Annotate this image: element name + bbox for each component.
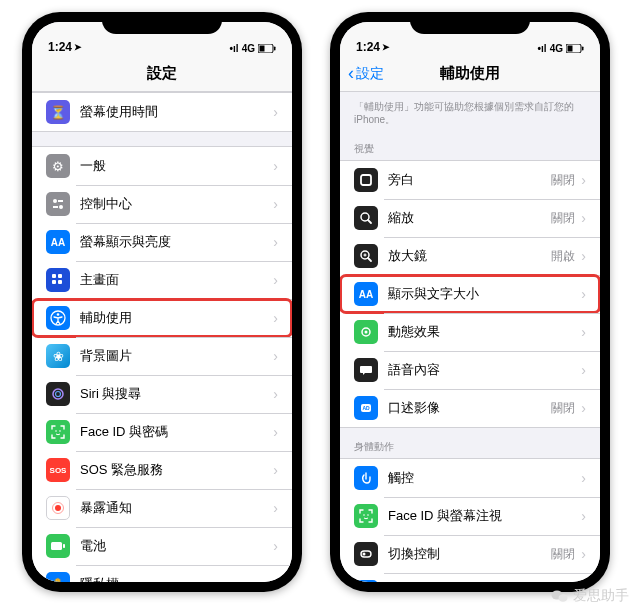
notch (102, 12, 222, 34)
accessibility-icon (46, 306, 70, 330)
faceid-icon (46, 420, 70, 444)
cell-exposure[interactable]: 暴露通知 › (32, 489, 292, 527)
screen-right: 1:24 ➤ •ıl 4G ‹ 設定 輔助使用 「輔 (340, 22, 600, 582)
svg-point-56 (559, 594, 568, 602)
cell-battery[interactable]: 電池 › (32, 527, 292, 565)
cell-home-screen[interactable]: 主畫面 › (32, 261, 292, 299)
network-label: 4G (242, 43, 255, 54)
cell-motion[interactable]: 動態效果 › (340, 313, 600, 351)
watermark-text: 爱思助手 (573, 587, 629, 605)
hourglass-icon: ⏳ (46, 100, 70, 124)
svg-rect-2 (274, 47, 276, 51)
chevron-right-icon: › (581, 248, 586, 264)
svg-rect-25 (568, 46, 573, 52)
chevron-right-icon: › (273, 234, 278, 250)
cell-accessibility[interactable]: 輔助使用 › (32, 299, 292, 337)
switch-control-icon (354, 542, 378, 566)
chevron-right-icon: › (273, 158, 278, 174)
sos-icon: SOS (46, 458, 70, 482)
chevron-right-icon: › (273, 500, 278, 516)
wallpaper-icon: ❀ (46, 344, 70, 368)
cell-touch[interactable]: 觸控 › (340, 459, 600, 497)
cell-faceid-passcode[interactable]: Face ID 與密碼 › (32, 413, 292, 451)
faceid-icon (354, 504, 378, 528)
section-header-motor: 身體動作 (340, 428, 600, 458)
back-button[interactable]: ‹ 設定 (348, 63, 384, 84)
section-hint: 「輔助使用」功能可協助您根據個別需求自訂您的 iPhone。 (340, 92, 600, 130)
svg-point-39 (367, 514, 369, 516)
chevron-right-icon: › (581, 324, 586, 340)
svg-point-5 (59, 205, 63, 209)
cell-siri[interactable]: Siri 與搜尋 › (32, 375, 292, 413)
chevron-right-icon: › (273, 310, 278, 326)
svg-line-33 (368, 258, 371, 261)
chevron-right-icon: › (581, 210, 586, 226)
chevron-right-icon: › (273, 196, 278, 212)
signal-icon: •ıl (230, 43, 239, 54)
battery-settings-icon (46, 534, 70, 558)
cell-zoom[interactable]: 縮放 關閉 › (340, 199, 600, 237)
location-icon: ➤ (382, 42, 390, 52)
value-label: 關閉 (551, 210, 575, 227)
cell-spoken-content[interactable]: 語音內容 › (340, 351, 600, 389)
cell-display-brightness[interactable]: AA 螢幕顯示與亮度 › (32, 223, 292, 261)
cell-switch-control[interactable]: 切換控制 關閉 › (340, 535, 600, 573)
nav-title: 設定 (147, 64, 177, 83)
cell-voiceover[interactable]: 旁白 關閉 › (340, 161, 600, 199)
svg-point-35 (365, 331, 368, 334)
screen-left: 1:24 ➤ •ıl 4G 設定 ⏳ 螢幕使用時間 (32, 22, 292, 582)
gear-icon: ⚙ (46, 154, 70, 178)
accessibility-list[interactable]: 「輔助使用」功能可協助您根據個別需求自訂您的 iPhone。 視覺 旁白 關閉 … (340, 92, 600, 582)
svg-rect-8 (58, 274, 62, 278)
cell-wallpaper[interactable]: ❀ 背景圖片 › (32, 337, 292, 375)
zoom-icon (354, 206, 378, 230)
cell-magnifier[interactable]: 放大鏡 開啟 › (340, 237, 600, 275)
text-size-icon: AA (46, 230, 70, 254)
chevron-right-icon: › (581, 470, 586, 486)
cell-display-text-size[interactable]: AA 顯示與文字大小 › (340, 275, 600, 313)
cell-voice-control[interactable]: 語音控制 關閉 › (340, 573, 600, 582)
svg-point-13 (53, 389, 63, 399)
cell-privacy[interactable]: ✋ 隱私權 › (32, 565, 292, 582)
svg-point-17 (55, 505, 61, 511)
chevron-left-icon: ‹ (348, 63, 354, 84)
value-label: 開啟 (551, 248, 575, 265)
voiceover-icon (354, 168, 378, 192)
svg-rect-10 (58, 280, 62, 284)
voice-waveform-icon (354, 580, 378, 582)
wechat-icon (551, 588, 569, 604)
motion-icon (354, 320, 378, 344)
status-time: 1:24 (48, 40, 72, 54)
chevron-right-icon: › (581, 286, 586, 302)
hand-icon: ✋ (46, 572, 70, 582)
cell-audio-description[interactable]: AD 口述影像 關閉 › (340, 389, 600, 427)
network-label: 4G (550, 43, 563, 54)
chevron-right-icon: › (273, 538, 278, 554)
watermark: 爱思助手 (551, 587, 629, 605)
chevron-right-icon: › (273, 462, 278, 478)
svg-rect-1 (260, 46, 265, 52)
text-size-icon: AA (354, 282, 378, 306)
svg-point-16 (59, 430, 61, 432)
cell-screen-time[interactable]: ⏳ 螢幕使用時間 › (32, 93, 292, 131)
value-label: 關閉 (551, 172, 575, 189)
chevron-right-icon: › (581, 172, 586, 188)
phone-frame-right: 1:24 ➤ •ıl 4G ‹ 設定 輔助使用 「輔 (330, 12, 610, 592)
chevron-right-icon: › (273, 424, 278, 440)
cell-control-center[interactable]: 控制中心 › (32, 185, 292, 223)
settings-list[interactable]: ⏳ 螢幕使用時間 › ⚙ 一般 › (32, 92, 292, 582)
battery-icon (258, 44, 276, 53)
chevron-right-icon: › (273, 104, 278, 120)
svg-point-15 (55, 430, 57, 432)
svg-point-3 (53, 199, 57, 203)
cell-general[interactable]: ⚙ 一般 › (32, 147, 292, 185)
cell-faceid-attention[interactable]: Face ID 與螢幕注視 › (340, 497, 600, 535)
magnifier-plus-icon (354, 244, 378, 268)
svg-point-41 (363, 553, 366, 556)
back-label: 設定 (356, 65, 384, 83)
phone-frame-left: 1:24 ➤ •ıl 4G 設定 ⏳ 螢幕使用時間 (22, 12, 302, 592)
cell-sos[interactable]: SOS SOS 緊急服務 › (32, 451, 292, 489)
touch-icon (354, 466, 378, 490)
switches-icon (46, 192, 70, 216)
chevron-right-icon: › (273, 272, 278, 288)
